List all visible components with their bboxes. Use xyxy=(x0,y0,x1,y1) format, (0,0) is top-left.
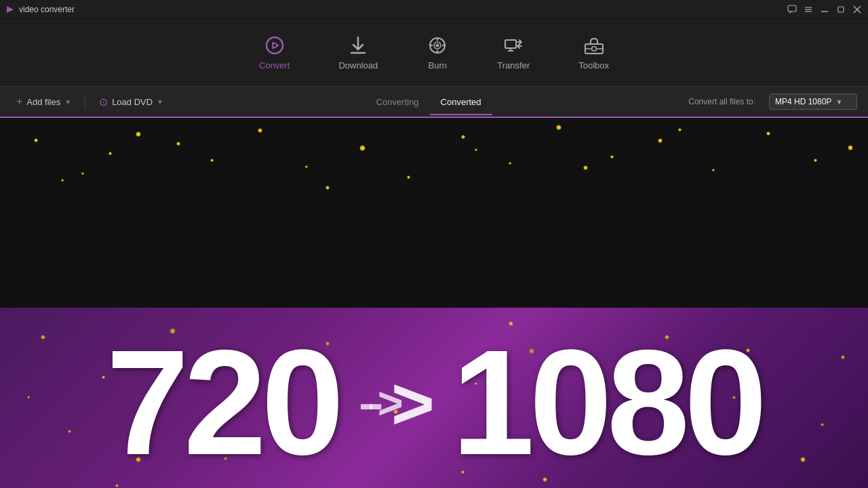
titlebar-left: video converter xyxy=(5,5,75,14)
main-content xyxy=(0,118,868,308)
add-files-button[interactable]: + Add files ▼ xyxy=(11,93,77,110)
tab-converting[interactable]: Converting xyxy=(366,94,430,110)
banner-text: 720 --> > 1080 xyxy=(106,328,762,477)
from-resolution: 720 xyxy=(106,328,339,477)
nav-label-burn: Burn xyxy=(429,60,447,70)
format-selected: MP4 HD 1080P xyxy=(775,97,831,106)
load-dvd-label: Load DVD xyxy=(112,97,153,107)
svg-point-19 xyxy=(436,44,439,47)
toolbar: + Add files ▼ ⊙ Load DVD ▼ Converting Co… xyxy=(0,87,868,118)
convert-icon xyxy=(264,35,285,56)
navbar: Convert Download Burn xyxy=(0,19,868,87)
add-files-arrow: ▼ xyxy=(64,98,71,106)
nav-label-transfer: Transfer xyxy=(497,60,530,70)
svg-rect-25 xyxy=(592,47,596,51)
nav-item-toolbox[interactable]: Toolbox xyxy=(568,29,620,76)
dvd-icon: ⊙ xyxy=(99,96,108,108)
svg-rect-6 xyxy=(838,7,844,12)
burn-icon xyxy=(427,35,448,56)
tab-group: Converting Converted xyxy=(366,94,492,110)
app-icon xyxy=(5,5,15,14)
restore-button[interactable] xyxy=(835,4,846,15)
toolbox-icon xyxy=(583,35,605,56)
svg-point-11 xyxy=(273,43,277,47)
tab-converted[interactable]: Converted xyxy=(430,94,492,110)
add-files-label: Add files xyxy=(26,97,60,107)
banner: 720 --> > 1080 xyxy=(0,308,868,488)
download-icon xyxy=(347,35,369,56)
banner-arrow: --> > xyxy=(359,360,432,446)
nav-item-transfer[interactable]: Transfer xyxy=(486,29,540,76)
load-dvd-button[interactable]: ⊙ Load DVD ▼ xyxy=(94,93,169,111)
nav-label-download: Download xyxy=(338,60,378,70)
add-icon: + xyxy=(16,96,22,108)
nav-label-toolbox: Toolbox xyxy=(578,60,609,70)
menu-button[interactable] xyxy=(803,4,814,15)
to-resolution: 1080 xyxy=(452,328,762,477)
close-button[interactable] xyxy=(852,4,863,15)
nav-item-download[interactable]: Download xyxy=(328,29,389,76)
nav-item-convert[interactable]: Convert xyxy=(248,29,301,76)
nav-label-convert: Convert xyxy=(259,60,290,70)
minimize-button[interactable] xyxy=(819,4,830,15)
convert-all-label: Convert all files to: xyxy=(688,97,755,106)
nav-item-burn[interactable]: Burn xyxy=(416,29,459,76)
svg-marker-0 xyxy=(7,6,14,13)
titlebar-controls xyxy=(787,4,863,15)
load-dvd-arrow: ▼ xyxy=(157,98,163,106)
svg-rect-20 xyxy=(505,40,516,48)
app-title: video converter xyxy=(19,5,75,14)
transfer-icon xyxy=(502,35,524,56)
svg-rect-1 xyxy=(788,5,796,12)
titlebar: video converter xyxy=(0,0,868,19)
format-dropdown[interactable]: MP4 HD 1080P ▼ xyxy=(769,94,857,110)
format-dropdown-arrow: ▼ xyxy=(835,98,842,106)
chat-button[interactable] xyxy=(787,4,797,15)
separator-1 xyxy=(85,94,85,109)
